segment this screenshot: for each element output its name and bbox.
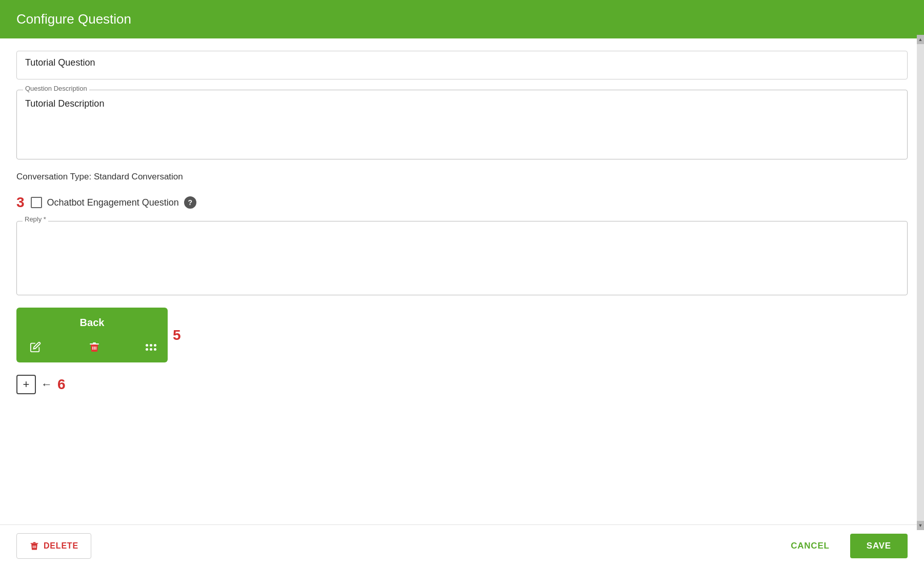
back-card-section: Back xyxy=(16,308,908,362)
svg-rect-6 xyxy=(33,542,36,543)
description-field-wrapper: Question Description xyxy=(16,90,908,159)
back-card-edit-button[interactable] xyxy=(28,339,43,355)
add-row: + ← 6 xyxy=(16,375,908,394)
conversation-type-text: Conversation Type: Standard Conversation xyxy=(16,170,908,184)
description-textarea[interactable] xyxy=(17,90,907,157)
dialog-header: Configure Question xyxy=(0,0,924,38)
configure-question-dialog: Configure Question Tutorial Question Que… xyxy=(0,0,924,567)
svg-rect-0 xyxy=(90,343,99,345)
back-card[interactable]: Back xyxy=(16,308,168,362)
footer-right: CANCEL SAVE xyxy=(780,534,908,558)
add-icon: + xyxy=(23,378,30,391)
add-button[interactable]: + xyxy=(16,375,36,394)
back-card-label: Back xyxy=(80,317,105,329)
trash-icon xyxy=(88,341,101,353)
dialog-title: Configure Question xyxy=(16,11,131,27)
step-3-number: 3 xyxy=(16,195,25,210)
scrollbar-track[interactable]: ▲ ▼ xyxy=(917,35,924,530)
back-card-actions xyxy=(16,335,168,362)
scroll-down-arrow[interactable]: ▼ xyxy=(917,521,924,530)
scroll-up-arrow[interactable]: ▲ xyxy=(917,35,924,44)
pencil-icon xyxy=(30,341,41,353)
dialog-footer: DELETE CANCEL SAVE xyxy=(0,524,924,567)
engagement-label: Ochatbot Engagement Question xyxy=(47,197,179,208)
save-button[interactable]: SAVE xyxy=(850,534,908,558)
reply-textarea[interactable] xyxy=(16,221,908,295)
back-card-delete-button[interactable] xyxy=(86,339,103,355)
arrow-left-icon: ← xyxy=(41,378,52,391)
dialog-body: Tutorial Question Question Description C… xyxy=(0,38,924,524)
drag-handle[interactable] xyxy=(146,344,156,351)
help-icon[interactable]: ? xyxy=(184,196,196,209)
svg-rect-5 xyxy=(31,543,38,544)
description-label: Question Description xyxy=(23,85,89,92)
reply-section: Reply * 4 xyxy=(16,221,908,297)
reply-label: Reply * xyxy=(23,215,48,223)
engagement-row: 3 Ochatbot Engagement Question ? xyxy=(16,194,908,211)
engagement-checkbox[interactable] xyxy=(31,197,42,208)
question-title-field[interactable]: Tutorial Question xyxy=(16,51,908,79)
step-6-number: 6 xyxy=(57,377,66,392)
delete-trash-icon xyxy=(29,541,39,551)
svg-rect-1 xyxy=(93,342,96,343)
scrollbar-thumb[interactable] xyxy=(917,44,924,521)
delete-label: DELETE xyxy=(44,541,78,551)
cancel-button[interactable]: CANCEL xyxy=(780,534,840,558)
back-card-top: Back xyxy=(16,308,168,335)
step-5-number: 5 xyxy=(173,328,181,342)
delete-button[interactable]: DELETE xyxy=(16,533,91,559)
